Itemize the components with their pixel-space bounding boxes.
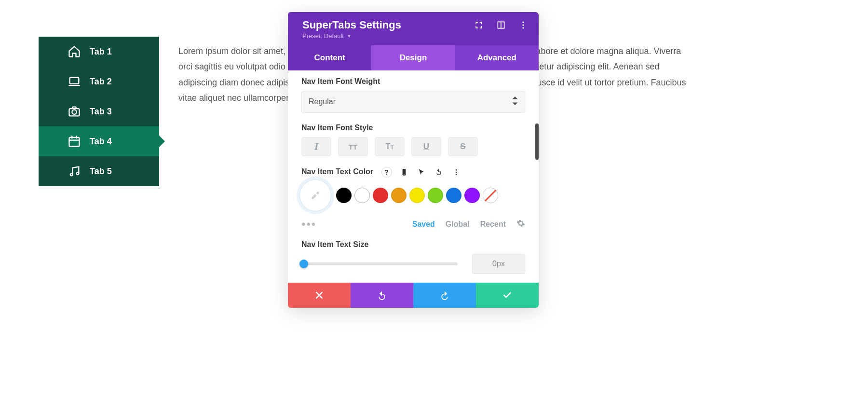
redo-button[interactable]	[413, 283, 476, 308]
svg-point-11	[455, 169, 457, 171]
preset-label: Preset: Default	[302, 32, 344, 40]
field-text-color: Nav Item Text Color ?	[301, 167, 525, 230]
expand-icon[interactable]	[474, 20, 484, 30]
home-icon	[68, 45, 81, 58]
svg-point-7	[522, 24, 524, 26]
palette-tab-saved[interactable]: Saved	[412, 220, 435, 229]
tab-item-1[interactable]: Tab 1	[39, 37, 159, 67]
panel-tab-design[interactable]: Design	[371, 45, 455, 70]
text-size-label: Nav Item Text Size	[301, 240, 525, 249]
cancel-button[interactable]	[288, 283, 351, 308]
color-swatch-orange[interactable]	[391, 188, 407, 203]
svg-point-12	[455, 172, 457, 173]
chevron-down-icon: ▼	[347, 33, 352, 39]
svg-point-2	[72, 110, 76, 114]
tab-label: Tab 1	[90, 47, 112, 57]
cursor-icon[interactable]	[416, 167, 427, 178]
tab-item-4[interactable]: Tab 4	[39, 126, 159, 156]
tab-label: Tab 3	[90, 107, 112, 117]
layout-icon[interactable]	[496, 20, 506, 30]
panel-body: Nav Item Font Weight Regular Nav Item Fo…	[288, 70, 539, 283]
svg-point-6	[522, 22, 524, 23]
tabs-sidebar: Tab 1 Tab 2 Tab 3 Tab 4 Tab 5	[39, 37, 159, 186]
svg-rect-0	[70, 78, 79, 84]
help-icon[interactable]: ?	[381, 167, 392, 178]
svg-point-10	[404, 174, 404, 175]
color-swatch-green[interactable]	[428, 188, 443, 203]
panel-tabs: Content Design Advanced	[288, 45, 539, 70]
field-font-weight: Nav Item Font Weight Regular	[301, 77, 525, 113]
svg-point-8	[522, 27, 524, 28]
color-swatch-white[interactable]	[354, 188, 370, 203]
scrollbar[interactable]	[535, 123, 539, 160]
style-italic-button[interactable]: I	[301, 137, 331, 156]
field-text-size: Nav Item Text Size 0px	[301, 240, 525, 274]
settings-panel: SuperTabs Settings Preset: Default ▼ Con…	[288, 12, 539, 308]
color-swatch-black[interactable]	[336, 188, 352, 203]
gear-icon[interactable]	[516, 219, 525, 230]
panel-tab-advanced[interactable]: Advanced	[455, 45, 539, 70]
color-swatch-blue[interactable]	[446, 188, 461, 203]
svg-rect-3	[69, 137, 80, 147]
chevron-updown-icon	[512, 96, 518, 107]
color-swatch-none[interactable]	[483, 188, 498, 203]
text-size-slider[interactable]	[301, 262, 458, 265]
color-swatch-yellow[interactable]	[409, 188, 425, 203]
font-weight-value: Regular	[309, 97, 336, 106]
tab-item-3[interactable]: Tab 3	[39, 96, 159, 126]
style-smallcaps-button[interactable]: TT	[375, 137, 405, 156]
phone-icon[interactable]	[399, 167, 409, 178]
color-swatch-purple[interactable]	[464, 188, 480, 203]
text-size-value[interactable]: 0px	[472, 254, 525, 274]
eyedropper-button[interactable]	[301, 181, 329, 209]
undo-button[interactable]	[351, 283, 413, 308]
style-uppercase-button[interactable]: TT	[338, 137, 368, 156]
font-style-label: Nav Item Font Style	[301, 123, 525, 132]
slider-thumb[interactable]	[299, 260, 308, 268]
music-icon	[68, 164, 81, 178]
calendar-icon	[68, 135, 81, 148]
tab-label: Tab 2	[90, 77, 112, 87]
palette-tab-global[interactable]: Global	[446, 220, 470, 229]
style-underline-button[interactable]: U	[411, 137, 441, 156]
panel-header: SuperTabs Settings Preset: Default ▼	[288, 12, 539, 45]
reset-icon[interactable]	[434, 167, 444, 178]
font-weight-label: Nav Item Font Weight	[301, 77, 525, 86]
tab-item-5[interactable]: Tab 5	[39, 156, 159, 186]
tab-label: Tab 4	[90, 137, 112, 147]
laptop-icon	[68, 75, 81, 88]
panel-actions	[288, 283, 539, 308]
camera-icon	[68, 105, 81, 118]
confirm-button[interactable]	[476, 283, 539, 308]
tab-label: Tab 5	[90, 166, 112, 177]
kebab-icon[interactable]	[518, 20, 528, 30]
preset-selector[interactable]: Preset: Default ▼	[302, 32, 528, 40]
svg-point-5	[77, 172, 79, 175]
palette-tab-recent[interactable]: Recent	[480, 220, 506, 229]
svg-point-13	[455, 174, 457, 175]
field-font-style: Nav Item Font Style I TT TT U S	[301, 123, 525, 156]
tab-item-2[interactable]: Tab 2	[39, 67, 159, 96]
svg-point-4	[70, 174, 73, 176]
panel-title: SuperTabs Settings	[302, 19, 401, 31]
text-color-label: Nav Item Text Color	[301, 167, 373, 176]
style-strike-button[interactable]: S	[448, 137, 478, 156]
color-swatch-red[interactable]	[373, 188, 388, 203]
panel-tab-content[interactable]: Content	[288, 45, 371, 70]
font-weight-select[interactable]: Regular	[301, 91, 525, 113]
kebab-icon[interactable]	[451, 167, 461, 178]
